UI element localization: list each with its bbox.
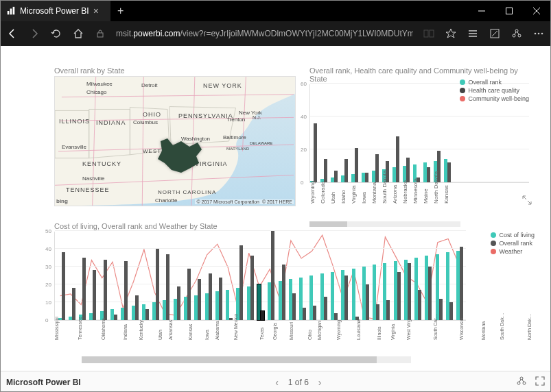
page-indicator: 1 of 6 [288, 378, 309, 387]
map-label-tennessee: TENNESSEE [66, 186, 110, 193]
new-tab-button[interactable]: + [110, 1, 130, 21]
more-icon[interactable] [532, 27, 545, 40]
map-label-charlotte: Charlotte [155, 197, 177, 204]
footer-title: Microsoft Power BI [6, 378, 81, 387]
back-button[interactable] [6, 27, 19, 40]
map-label-delaware: DELAWARE [250, 141, 272, 145]
map-area[interactable]: Milwaukee Chicago Detroit NEW YORK ILLIN… [54, 76, 296, 206]
svg-rect-9 [430, 30, 434, 37]
browser-toolbar: msit.powerbi.com/view?r=eyJrIjoiMWMwODlm… [1, 21, 550, 46]
notes-icon[interactable] [489, 27, 501, 40]
share-icon[interactable] [511, 27, 523, 40]
map-label-columbus: Columbus [133, 119, 158, 125]
map-attribution: © 2017 Microsoft Corporation © 2017 HERE [195, 199, 294, 204]
svg-point-17 [535, 33, 537, 35]
map-label-pennsylvania: PENNSYLVANIA [178, 112, 233, 119]
bottom-chart-xlabels: MississippiTennesseeOklahomaIndianaKentu… [54, 323, 466, 355]
map-label-newyork-state: NEW YORK [203, 82, 242, 89]
browser-tab[interactable]: Microsoft Power BI × [1, 1, 110, 21]
map-label-detroit: Detroit [141, 82, 158, 88]
bottom-chart-scrollbar[interactable] [82, 356, 411, 363]
close-window-button[interactable] [523, 1, 550, 21]
next-page-button[interactable]: › [318, 377, 322, 388]
top-chart-visual[interactable]: Overall rank, Health care quality and Co… [309, 65, 529, 227]
map-label-northcarolina: NORTH CAROLINA [158, 189, 216, 195]
hub-icon[interactable] [467, 27, 479, 40]
window-titlebar: Microsoft Power BI × + [1, 1, 550, 21]
favorite-icon[interactable] [445, 27, 457, 40]
fullscreen-icon[interactable] [535, 376, 545, 388]
bing-logo: bing [56, 198, 68, 204]
svg-rect-0 [8, 11, 10, 14]
address-bar[interactable]: msit.powerbi.com/view?r=eyJrIjoiMWMwODlm… [116, 29, 413, 38]
svg-point-18 [538, 33, 540, 35]
tab-title: Microsoft Power BI [20, 6, 89, 16]
map-visual[interactable]: Overall rank by State Milwaukee Chicago … [54, 65, 296, 206]
map-label-indiana: INDIANA [96, 119, 126, 126]
forward-button[interactable] [28, 27, 40, 40]
powerbi-favicon-icon [6, 6, 16, 16]
map-label-evansville: Evansville [62, 144, 86, 150]
close-tab-icon[interactable]: × [93, 5, 99, 16]
refresh-button[interactable] [50, 27, 62, 40]
svg-rect-7 [97, 33, 103, 37]
map-label-chicago: Chicago [86, 89, 106, 95]
focus-mode-icon[interactable] [522, 195, 550, 208]
map-label-kentucky: KENTUCKY [82, 160, 121, 167]
lock-icon [94, 27, 106, 40]
top-chart-legend: Overall rankHealth care qualityCommunity… [460, 77, 529, 103]
report-footer: Microsoft Power BI ‹ 1 of 6 › [1, 371, 550, 392]
top-chart-xlabels: WyomingColoradoUtahIdahoVirginiaIowaMont… [309, 186, 529, 220]
prev-page-button[interactable]: ‹ [275, 377, 279, 388]
map-title: Overall rank by State [54, 65, 296, 76]
share-footer-icon[interactable] [516, 376, 527, 389]
svg-rect-4 [506, 8, 513, 14]
map-label-nj: N.J. [253, 115, 261, 120]
map-label-ohio: OHIO [143, 111, 161, 118]
page-navigator: ‹ 1 of 6 › [275, 377, 321, 388]
reading-view-icon[interactable] [423, 27, 435, 40]
bottom-chart-plot[interactable]: 01020304050 [54, 232, 466, 321]
map-label-trenton: Trenton [226, 117, 245, 123]
svg-rect-8 [424, 30, 428, 37]
window-controls [468, 1, 550, 21]
bottom-chart-legend: Cost of livingOverall rankWeather [491, 230, 535, 256]
bottom-chart-visual[interactable]: Cost of living, Overall rank and Weather… [54, 221, 535, 363]
svg-point-19 [541, 33, 543, 35]
map-label-illinois: ILLINOIS [59, 118, 90, 125]
map-label-nashville: Nashville [82, 175, 104, 182]
svg-rect-2 [13, 7, 15, 14]
map-label-newyorkcity: New York [239, 110, 262, 116]
maximize-button[interactable] [495, 1, 523, 21]
map-label-maryland: MARYLAND [226, 147, 249, 151]
map-label-baltimore: Baltimore [223, 134, 246, 140]
home-button[interactable] [72, 27, 84, 40]
svg-rect-1 [10, 9, 12, 15]
report-canvas: Overall rank by State Milwaukee Chicago … [1, 46, 550, 371]
map-label-milwaukee: Milwaukee [86, 81, 113, 87]
minimize-button[interactable] [468, 1, 495, 21]
map-highlight-westvirginia [155, 138, 203, 174]
